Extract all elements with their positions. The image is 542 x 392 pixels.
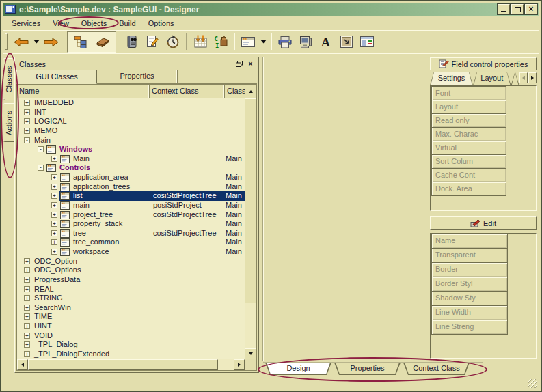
property-button-sort-colum[interactable]: Sort Colum [431,154,506,169]
clock-button[interactable] [163,32,183,51]
dialog-button[interactable] [357,32,377,51]
title-bar[interactable]: e:\Sample\Sample.dev : SampleGUI - Desig… [3,3,539,16]
property-button-read-only[interactable]: Read only [431,113,506,128]
expand-toggle[interactable]: + [24,351,30,357]
printer-button[interactable] [275,32,295,51]
property-button-transparent[interactable]: Transparent [431,248,508,263]
expand-toggle[interactable]: + [24,341,30,348]
expand-toggle[interactable]: + [24,295,30,301]
property-button-name[interactable]: Name [431,234,508,249]
tab-gui-classes[interactable]: GUI Classes [16,70,97,84]
tree-row[interactable]: -Windows [17,145,245,154]
horizontal-scrollbar[interactable] [17,359,245,370]
class-instance-button[interactable]: CI [211,32,231,51]
tree-row[interactable]: +_TPL_DialogExtended [17,350,245,359]
maximize-button[interactable] [511,4,524,14]
tree-row[interactable]: +STRING [17,294,245,303]
tree-row[interactable]: +UINT [17,322,245,331]
column-class[interactable]: Class [225,85,247,98]
expand-toggle[interactable]: + [24,258,30,264]
menu-build[interactable]: Build [113,17,141,29]
expand-toggle[interactable]: + [24,277,30,283]
tab-properties[interactable]: Properties [334,363,401,375]
property-button-border-styl[interactable]: Border Styl [431,277,508,292]
resize-grip[interactable] [528,379,537,388]
tab-context-class[interactable]: Context Class [403,363,470,375]
tree-row[interactable]: +workspaceMain [17,247,245,257]
tree-row[interactable]: +LOGICAL [17,117,245,126]
scroll-down-button[interactable] [245,348,256,359]
properties-tab-settings[interactable]: Settings [430,72,473,85]
property-button-virtual[interactable]: Virtual [431,141,506,155]
edit-button[interactable]: Edit [430,216,537,230]
side-tab-classes[interactable]: Classes [3,58,14,100]
scroll-right-button[interactable] [234,359,245,370]
vertical-scrollbar[interactable] [245,85,256,359]
tree-row[interactable]: +VOID [17,331,245,341]
tab-scroll-left-button[interactable] [519,72,528,83]
expand-toggle[interactable]: + [51,193,57,199]
nav-back-button[interactable] [11,32,31,51]
toolbar-grip[interactable] [5,33,8,50]
scroll-left-button[interactable] [17,359,28,370]
panel-splitter[interactable] [262,57,263,361]
edit-document-button[interactable] [142,32,163,51]
expand-toggle[interactable]: + [51,239,57,245]
minimize-button[interactable] [498,4,510,14]
tree-row[interactable]: +application_areaMain [17,173,245,182]
tree-row[interactable]: +INT [17,108,245,117]
tree-row[interactable]: +ProgressData [17,275,245,285]
menu-services[interactable]: Services [5,17,46,29]
horizontal-scrollbar-thumb[interactable] [28,359,218,370]
computer-button[interactable] [295,32,316,51]
property-button-cache-cont[interactable]: Cache Cont [431,168,506,182]
property-button-line-streng[interactable]: Line Streng [431,320,508,335]
scroll-up-button[interactable] [245,85,256,98]
column-name[interactable]: Name [17,85,150,98]
side-tab-actions[interactable]: Actions [3,103,14,142]
tree-row-selected[interactable]: +listcosiStdProjectTreeMain [17,191,245,201]
tab-scroll-right-button[interactable] [528,72,537,83]
tree-row[interactable]: +ODC_Option [17,257,245,266]
tree-row[interactable]: -Controls [17,163,245,173]
property-button-font[interactable]: Font [431,86,506,100]
collapse-toggle[interactable]: - [38,165,44,171]
expand-toggle[interactable]: + [24,100,30,106]
field-control-properties-header[interactable]: Field control properties [430,57,537,70]
tree-row[interactable]: +TIME [17,312,245,322]
expand-toggle[interactable]: + [24,333,30,339]
eraser-button[interactable] [92,32,114,51]
collapse-toggle[interactable]: - [24,137,30,143]
caret-down-button[interactable] [258,32,268,51]
property-button-layout[interactable]: Layout [431,100,506,114]
tree-column-header[interactable]: Name Context Class Class [17,85,245,98]
expand-toggle[interactable]: + [24,313,30,320]
class-tree-button[interactable] [69,32,92,51]
tab-properties[interactable]: Properties [97,70,178,83]
expand-toggle[interactable]: + [51,156,57,162]
menu-objects[interactable]: Objects [75,17,113,29]
tree-row[interactable]: +IMBEDDED [17,98,245,108]
expand-toggle[interactable]: + [51,174,57,180]
expand-toggle[interactable]: + [24,323,30,329]
expand-toggle[interactable]: + [24,118,30,124]
nav-forward-button[interactable] [41,32,62,51]
tree-row[interactable]: +mainposiStdProjectMain [17,201,245,210]
tree-row[interactable]: +SearchWin [17,303,245,313]
expand-toggle[interactable]: + [24,109,30,115]
form-window-button[interactable] [238,32,258,51]
tree-row[interactable]: +property_stackMain [17,219,245,229]
tree-row[interactable]: +treecosiStdProjectTreeMain [17,229,245,238]
collapse-toggle[interactable]: - [38,146,44,152]
expand-toggle[interactable]: + [51,221,57,227]
vertical-scrollbar-thumb[interactable] [245,98,256,303]
caret-down-button[interactable] [31,32,41,51]
tree-row[interactable]: +ODC_Options [17,266,245,275]
font-button[interactable]: A [316,32,336,51]
expand-toggle[interactable]: + [51,184,57,190]
expand-toggle[interactable]: + [51,230,57,236]
tree-row[interactable]: +_TPL_Dialog [17,340,245,350]
tree-row[interactable]: +MEMO [17,126,245,136]
property-button-line-width[interactable]: Line Width [431,305,508,320]
close-panel-button[interactable]: × [245,59,256,68]
